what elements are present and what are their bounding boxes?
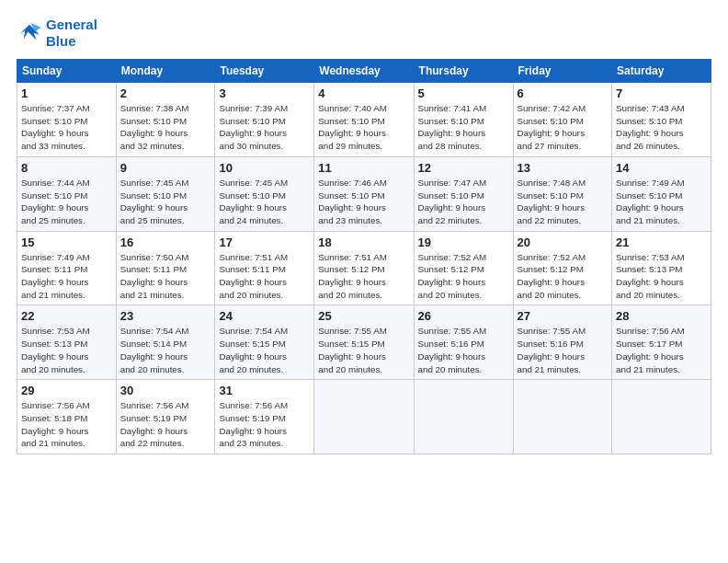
week-row-4: 22Sunrise: 7:53 AM Sunset: 5:13 PM Dayli…	[17, 305, 711, 380]
day-cell: 10Sunrise: 7:45 AM Sunset: 5:10 PM Dayli…	[215, 156, 314, 231]
day-cell: 9Sunrise: 7:45 AM Sunset: 5:10 PM Daylig…	[116, 156, 215, 231]
day-detail: Sunrise: 7:53 AM Sunset: 5:13 PM Dayligh…	[21, 325, 112, 375]
day-number: 8	[21, 161, 112, 175]
day-cell: 3Sunrise: 7:39 AM Sunset: 5:10 PM Daylig…	[215, 83, 314, 157]
day-detail: Sunrise: 7:47 AM Sunset: 5:10 PM Dayligh…	[418, 177, 509, 227]
day-detail: Sunrise: 7:40 AM Sunset: 5:10 PM Dayligh…	[318, 102, 409, 153]
week-row-2: 8Sunrise: 7:44 AM Sunset: 5:10 PM Daylig…	[17, 156, 711, 231]
day-cell: 20Sunrise: 7:52 AM Sunset: 5:12 PM Dayli…	[513, 231, 612, 305]
day-detail: Sunrise: 7:51 AM Sunset: 5:12 PM Dayligh…	[318, 251, 409, 302]
day-detail: Sunrise: 7:41 AM Sunset: 5:10 PM Dayligh…	[418, 102, 509, 153]
day-number: 6	[518, 86, 609, 100]
day-cell: 16Sunrise: 7:50 AM Sunset: 5:11 PM Dayli…	[116, 231, 215, 305]
day-number: 13	[518, 161, 609, 175]
week-row-3: 15Sunrise: 7:49 AM Sunset: 5:11 PM Dayli…	[17, 231, 711, 305]
day-detail: Sunrise: 7:55 AM Sunset: 5:15 PM Dayligh…	[318, 325, 409, 375]
day-detail: Sunrise: 7:43 AM Sunset: 5:10 PM Dayligh…	[616, 102, 707, 153]
day-cell	[612, 380, 711, 454]
day-cell: 28Sunrise: 7:56 AM Sunset: 5:17 PM Dayli…	[612, 305, 711, 380]
day-detail: Sunrise: 7:56 AM Sunset: 5:19 PM Dayligh…	[219, 399, 310, 450]
day-cell: 8Sunrise: 7:44 AM Sunset: 5:10 PM Daylig…	[17, 156, 117, 231]
day-number: 19	[418, 236, 509, 249]
day-cell: 25Sunrise: 7:55 AM Sunset: 5:15 PM Dayli…	[314, 305, 414, 380]
day-cell: 4Sunrise: 7:40 AM Sunset: 5:10 PM Daylig…	[314, 83, 414, 157]
day-detail: Sunrise: 7:39 AM Sunset: 5:10 PM Dayligh…	[219, 102, 310, 153]
col-header-tuesday: Tuesday	[215, 60, 314, 83]
day-number: 15	[21, 236, 112, 249]
day-detail: Sunrise: 7:56 AM Sunset: 5:18 PM Dayligh…	[21, 399, 112, 450]
day-detail: Sunrise: 7:42 AM Sunset: 5:10 PM Dayligh…	[518, 102, 609, 153]
day-cell: 15Sunrise: 7:49 AM Sunset: 5:11 PM Dayli…	[17, 231, 117, 305]
col-header-saturday: Saturday	[612, 60, 711, 83]
day-cell: 18Sunrise: 7:51 AM Sunset: 5:12 PM Dayli…	[314, 231, 414, 305]
day-cell: 6Sunrise: 7:42 AM Sunset: 5:10 PM Daylig…	[513, 83, 612, 157]
day-number: 25	[318, 309, 409, 323]
day-detail: Sunrise: 7:52 AM Sunset: 5:12 PM Dayligh…	[518, 251, 609, 302]
day-number: 12	[418, 161, 509, 175]
day-number: 17	[219, 236, 310, 249]
col-header-sunday: Sunday	[17, 60, 117, 83]
week-row-1: 1Sunrise: 7:37 AM Sunset: 5:10 PM Daylig…	[17, 83, 711, 157]
day-cell: 1Sunrise: 7:37 AM Sunset: 5:10 PM Daylig…	[17, 83, 117, 157]
day-detail: Sunrise: 7:49 AM Sunset: 5:10 PM Dayligh…	[616, 177, 707, 227]
day-cell: 21Sunrise: 7:53 AM Sunset: 5:13 PM Dayli…	[612, 231, 711, 305]
day-number: 29	[21, 384, 112, 397]
day-detail: Sunrise: 7:44 AM Sunset: 5:10 PM Dayligh…	[21, 177, 112, 227]
day-detail: Sunrise: 7:49 AM Sunset: 5:11 PM Dayligh…	[21, 251, 112, 302]
day-detail: Sunrise: 7:55 AM Sunset: 5:16 PM Dayligh…	[518, 325, 609, 375]
day-cell: 13Sunrise: 7:48 AM Sunset: 5:10 PM Dayli…	[513, 156, 612, 231]
day-detail: Sunrise: 7:54 AM Sunset: 5:14 PM Dayligh…	[120, 325, 211, 375]
day-cell: 30Sunrise: 7:56 AM Sunset: 5:19 PM Dayli…	[116, 380, 215, 454]
day-number: 14	[616, 161, 707, 175]
day-cell: 17Sunrise: 7:51 AM Sunset: 5:11 PM Dayli…	[215, 231, 314, 305]
day-number: 21	[616, 236, 707, 249]
day-cell: 24Sunrise: 7:54 AM Sunset: 5:15 PM Dayli…	[215, 305, 314, 380]
day-cell: 19Sunrise: 7:52 AM Sunset: 5:12 PM Dayli…	[414, 231, 513, 305]
day-cell: 7Sunrise: 7:43 AM Sunset: 5:10 PM Daylig…	[612, 83, 711, 157]
day-detail: Sunrise: 7:52 AM Sunset: 5:12 PM Dayligh…	[418, 251, 509, 302]
day-detail: Sunrise: 7:38 AM Sunset: 5:10 PM Dayligh…	[120, 102, 211, 153]
day-number: 20	[518, 236, 609, 249]
day-cell: 29Sunrise: 7:56 AM Sunset: 5:18 PM Dayli…	[17, 380, 117, 454]
day-number: 31	[219, 384, 310, 397]
col-header-thursday: Thursday	[414, 60, 513, 83]
logo-text: General Blue	[46, 17, 97, 50]
day-number: 27	[518, 309, 609, 323]
day-number: 18	[318, 236, 409, 249]
day-number: 11	[318, 161, 409, 175]
day-cell: 22Sunrise: 7:53 AM Sunset: 5:13 PM Dayli…	[17, 305, 117, 380]
day-detail: Sunrise: 7:54 AM Sunset: 5:15 PM Dayligh…	[219, 325, 310, 375]
day-number: 9	[120, 161, 211, 175]
day-cell	[513, 380, 612, 454]
day-number: 5	[418, 86, 509, 100]
day-number: 26	[418, 309, 509, 323]
week-row-5: 29Sunrise: 7:56 AM Sunset: 5:18 PM Dayli…	[17, 380, 711, 454]
day-cell: 12Sunrise: 7:47 AM Sunset: 5:10 PM Dayli…	[414, 156, 513, 231]
col-header-wednesday: Wednesday	[314, 60, 414, 83]
day-number: 22	[21, 309, 112, 323]
col-header-monday: Monday	[116, 60, 215, 83]
day-detail: Sunrise: 7:45 AM Sunset: 5:10 PM Dayligh…	[219, 177, 310, 227]
col-header-friday: Friday	[513, 60, 612, 83]
day-number: 10	[219, 161, 310, 175]
day-detail: Sunrise: 7:48 AM Sunset: 5:10 PM Dayligh…	[518, 177, 609, 227]
day-cell	[314, 380, 414, 454]
day-cell: 2Sunrise: 7:38 AM Sunset: 5:10 PM Daylig…	[116, 83, 215, 157]
day-cell: 31Sunrise: 7:56 AM Sunset: 5:19 PM Dayli…	[215, 380, 314, 454]
day-detail: Sunrise: 7:55 AM Sunset: 5:16 PM Dayligh…	[418, 325, 509, 375]
day-detail: Sunrise: 7:56 AM Sunset: 5:19 PM Dayligh…	[120, 399, 211, 450]
day-cell: 26Sunrise: 7:55 AM Sunset: 5:16 PM Dayli…	[414, 305, 513, 380]
day-cell: 5Sunrise: 7:41 AM Sunset: 5:10 PM Daylig…	[414, 83, 513, 157]
day-detail: Sunrise: 7:53 AM Sunset: 5:13 PM Dayligh…	[616, 251, 707, 302]
logo-icon	[17, 20, 42, 46]
day-number: 30	[120, 384, 211, 397]
day-number: 24	[219, 309, 310, 323]
day-number: 28	[616, 309, 707, 323]
day-number: 3	[219, 86, 310, 100]
day-number: 23	[120, 309, 211, 323]
day-number: 1	[21, 86, 112, 100]
day-cell: 27Sunrise: 7:55 AM Sunset: 5:16 PM Dayli…	[513, 305, 612, 380]
day-cell: 14Sunrise: 7:49 AM Sunset: 5:10 PM Dayli…	[612, 156, 711, 231]
day-number: 4	[318, 86, 409, 100]
day-number: 2	[120, 86, 211, 100]
